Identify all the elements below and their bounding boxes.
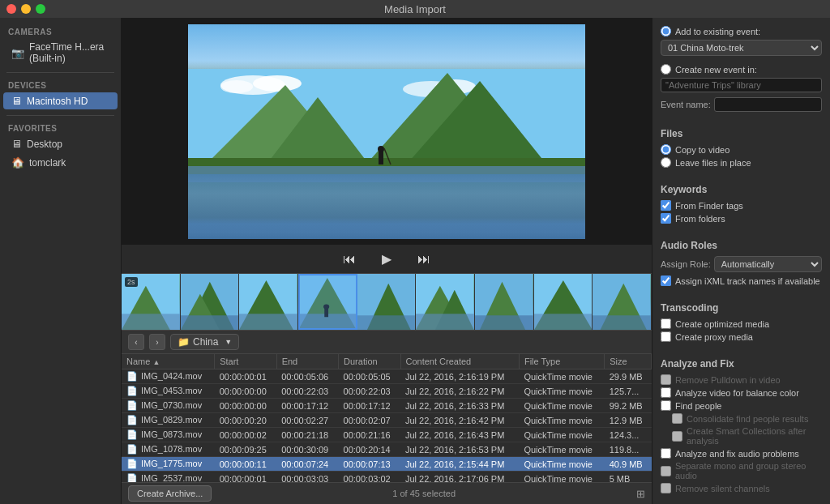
- file-duration-cell: 00:00:05:05: [339, 369, 400, 384]
- proxy-label[interactable]: Create proxy media: [661, 331, 822, 342]
- find-people-checkbox[interactable]: [661, 400, 671, 411]
- window-controls: [6, 4, 45, 14]
- filmstrip-frame[interactable]: [181, 274, 240, 330]
- files-heading: Files: [661, 128, 822, 139]
- sidebar-item-desktop[interactable]: 🖥 Desktop: [3, 135, 118, 152]
- create-new-radio-label[interactable]: Create new event in:: [661, 64, 822, 75]
- file-end-cell: 00:00:30:09: [276, 442, 338, 457]
- col-type[interactable]: File Type: [519, 354, 604, 369]
- file-start-cell: 00:00:00:20: [215, 413, 276, 428]
- col-duration[interactable]: Duration: [339, 354, 400, 369]
- analyze-balance-checkbox[interactable]: [661, 387, 671, 398]
- leave-radio[interactable]: [661, 157, 671, 168]
- filmstrip-frame[interactable]: [475, 274, 534, 330]
- next-frame-button[interactable]: ⏭: [413, 250, 435, 268]
- file-icon: 📄: [126, 400, 138, 410]
- remove-silent-label[interactable]: Remove silent channels: [661, 483, 822, 493]
- optimized-checkbox[interactable]: [661, 318, 671, 329]
- add-existing-label: Add to existing event:: [675, 27, 760, 36]
- existing-event-select[interactable]: 01 China Moto-trek: [661, 40, 822, 56]
- play-button[interactable]: ▶: [377, 250, 396, 268]
- ixml-label[interactable]: Assign iXML track names if available: [661, 275, 822, 286]
- leave-radio-label[interactable]: Leave files in place: [661, 157, 822, 168]
- file-created-cell: Jul 22, 2016, 2:16:19 PM: [400, 369, 519, 384]
- nav-forward-button[interactable]: ›: [149, 334, 165, 350]
- create-archive-button[interactable]: Create Archive...: [128, 485, 212, 502]
- table-row[interactable]: 📄IMG_0730.mov 00:00:00:00 00:00:17:12 00…: [122, 399, 652, 413]
- remove-pulldown-label[interactable]: Remove Pulldown in video: [661, 374, 822, 385]
- separate-mono-label[interactable]: Separate mono and group stereo audio: [661, 461, 822, 481]
- sidebar-item-tomclark[interactable]: 🏠 tomclark: [3, 154, 118, 171]
- table-row[interactable]: 📄IMG_0424.mov 00:00:00:01 00:00:05:06 00…: [122, 369, 652, 384]
- separate-mono-checkbox[interactable]: [661, 466, 671, 476]
- table-row[interactable]: 📄IMG_0453.mov 00:00:00:00 00:00:22:03 00…: [122, 384, 652, 399]
- consolidate-label[interactable]: Consolidate find people results: [661, 413, 822, 424]
- table-row[interactable]: 📄IMG_0873.mov 00:00:00:02 00:00:21:18 00…: [122, 428, 652, 442]
- close-button[interactable]: [6, 4, 16, 14]
- right-panel: Add to existing event: 01 China Moto-tre…: [652, 18, 830, 504]
- col-end[interactable]: End: [276, 354, 338, 369]
- from-folders-checkbox[interactable]: [661, 213, 671, 224]
- analyze-audio-checkbox[interactable]: [661, 448, 671, 459]
- sidebar-item-facetime[interactable]: 📷 FaceTime H...era (Built-in): [3, 39, 118, 66]
- svg-rect-45: [593, 315, 651, 330]
- browser-toolbar: ‹ › 📁 China ▼: [122, 330, 652, 354]
- prev-frame-button[interactable]: ⏮: [338, 250, 361, 268]
- table-row[interactable]: 📄IMG_0829.mov 00:00:00:20 00:00:02:27 00…: [122, 413, 652, 428]
- transcoding-check-group: Create optimized media Create proxy medi…: [661, 318, 822, 342]
- analyze-audio-label[interactable]: Analyze and fix audio problems: [661, 448, 822, 459]
- add-existing-radio[interactable]: [661, 26, 671, 36]
- event-name-input[interactable]: [714, 97, 822, 112]
- ixml-checkbox[interactable]: [661, 275, 671, 286]
- consolidate-checkbox[interactable]: [672, 413, 682, 424]
- create-smart-label[interactable]: Create Smart Collections after analysis: [661, 426, 822, 446]
- filmstrip-frame[interactable]: [593, 274, 652, 330]
- svg-rect-24: [239, 314, 297, 330]
- create-new-radio[interactable]: [661, 64, 671, 75]
- optimized-label[interactable]: Create optimized media: [661, 318, 822, 329]
- svg-point-13: [378, 146, 384, 152]
- finder-tags-checkbox[interactable]: [661, 200, 671, 211]
- audio-heading: Audio Roles: [661, 240, 822, 251]
- sidebar-item-label: FaceTime H...era (Built-in): [29, 41, 109, 64]
- copy-label: Copy to video: [675, 145, 729, 155]
- col-name[interactable]: Name ▲: [122, 354, 215, 369]
- create-smart-checkbox[interactable]: [672, 431, 682, 442]
- filmstrip-frame-selected[interactable]: [298, 274, 357, 330]
- col-start[interactable]: Start: [215, 354, 276, 369]
- file-size-cell: 125.7...: [605, 384, 652, 399]
- minimize-button[interactable]: [21, 4, 31, 14]
- table-row[interactable]: 📄IMG_1775.mov 00:00:00:11 00:00:07:24 00…: [122, 457, 652, 472]
- copy-radio[interactable]: [661, 144, 671, 155]
- filmstrip-frame[interactable]: [416, 274, 475, 330]
- assign-role-select[interactable]: Automatically: [714, 256, 822, 272]
- file-name-cell: 📄IMG_2537.mov: [122, 472, 215, 483]
- col-size[interactable]: Size: [605, 354, 652, 369]
- remove-pulldown-checkbox[interactable]: [661, 374, 671, 385]
- file-duration-cell: 00:00:17:12: [339, 399, 400, 413]
- find-people-label[interactable]: Find people: [661, 400, 822, 411]
- file-created-cell: Jul 22, 2016, 2:16:33 PM: [400, 399, 519, 413]
- nav-back-button[interactable]: ‹: [128, 334, 144, 350]
- library-input[interactable]: [661, 78, 822, 92]
- sidebar-item-macintosh-hd[interactable]: 🖥 Macintosh HD: [3, 92, 118, 109]
- maximize-button[interactable]: [36, 4, 45, 14]
- filmstrip-frame[interactable]: [534, 274, 593, 330]
- filmstrip: 2s: [122, 273, 652, 330]
- file-duration-cell: 00:00:22:03: [339, 384, 400, 399]
- analyze-balance-label[interactable]: Analyze video for balance color: [661, 387, 822, 398]
- add-existing-radio-label[interactable]: Add to existing event:: [661, 26, 822, 36]
- leave-label: Leave files in place: [675, 158, 751, 168]
- file-type-cell: QuickTime movie: [519, 428, 604, 442]
- table-row[interactable]: 📄IMG_2537.mov 00:00:00:01 00:00:03:03 00…: [122, 472, 652, 483]
- copy-radio-label[interactable]: Copy to video: [661, 144, 822, 155]
- finder-tags-label[interactable]: From Finder tags: [661, 200, 822, 211]
- from-folders-label[interactable]: From folders: [661, 213, 822, 224]
- proxy-checkbox[interactable]: [661, 331, 671, 342]
- table-row[interactable]: 📄IMG_1078.mov 00:00:09:25 00:00:30:09 00…: [122, 442, 652, 457]
- remove-silent-checkbox[interactable]: [661, 483, 671, 493]
- filmstrip-frame[interactable]: [239, 274, 298, 330]
- filmstrip-frame[interactable]: [357, 274, 417, 330]
- assign-role-label: Assign Role:: [661, 259, 711, 269]
- col-created[interactable]: Content Created: [400, 354, 519, 369]
